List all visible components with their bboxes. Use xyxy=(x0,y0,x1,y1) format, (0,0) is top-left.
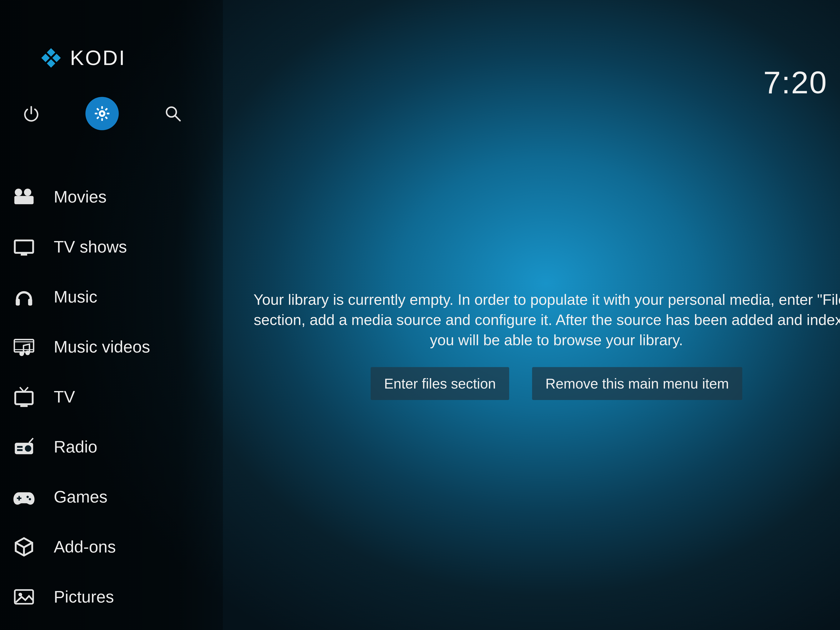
empty-library-actions: Enter files section Remove this main men… xyxy=(248,367,840,400)
sidebar-item-tv[interactable]: TV xyxy=(0,372,223,422)
svg-rect-12 xyxy=(96,108,99,111)
svg-rect-13 xyxy=(105,116,108,119)
svg-rect-2 xyxy=(41,54,50,62)
sidebar-item-music[interactable]: Music xyxy=(0,272,223,322)
sidebar-item-addons[interactable]: Add-ons xyxy=(0,522,223,572)
app-name: KODI xyxy=(70,46,126,70)
svg-rect-0 xyxy=(47,48,55,57)
pictures-icon xyxy=(8,586,39,608)
search-button[interactable] xyxy=(156,97,189,130)
music-videos-icon xyxy=(8,335,39,358)
svg-rect-38 xyxy=(17,497,22,499)
svg-rect-7 xyxy=(101,118,103,121)
main-menu: Movies TV shows Music xyxy=(0,172,223,622)
svg-rect-3 xyxy=(47,59,55,68)
tv-icon xyxy=(8,385,39,408)
svg-rect-34 xyxy=(17,446,22,448)
app-logo: KODI xyxy=(0,46,223,70)
addons-icon xyxy=(8,535,39,558)
svg-point-33 xyxy=(25,445,31,452)
games-icon xyxy=(8,485,39,508)
sidebar-item-label: Music videos xyxy=(54,337,150,357)
music-icon xyxy=(8,286,39,308)
sidebar: KODI xyxy=(0,0,223,630)
svg-point-44 xyxy=(19,593,22,597)
svg-point-17 xyxy=(24,188,31,196)
sidebar-item-label: Games xyxy=(54,487,107,507)
svg-rect-8 xyxy=(95,113,98,114)
sidebar-item-games[interactable]: Games xyxy=(0,472,223,522)
clock: 7:20 xyxy=(763,65,827,101)
svg-rect-10 xyxy=(105,108,108,111)
svg-rect-22 xyxy=(28,299,32,306)
svg-point-16 xyxy=(15,188,22,196)
svg-rect-11 xyxy=(96,116,99,119)
enter-files-button[interactable]: Enter files section xyxy=(371,367,509,400)
svg-line-15 xyxy=(175,116,180,121)
svg-line-36 xyxy=(29,438,33,443)
sidebar-item-pictures[interactable]: Pictures xyxy=(0,572,223,622)
svg-rect-35 xyxy=(17,449,22,451)
svg-rect-18 xyxy=(14,196,33,204)
svg-point-39 xyxy=(27,496,29,498)
sidebar-item-label: Pictures xyxy=(54,587,114,606)
sidebar-toolbar xyxy=(0,97,223,130)
tv-shows-icon xyxy=(8,235,39,258)
svg-rect-9 xyxy=(107,113,109,114)
movies-icon xyxy=(8,185,39,208)
sidebar-item-label: TV shows xyxy=(54,237,127,256)
sidebar-item-label: TV xyxy=(54,387,75,406)
kodi-home-screen: KODI xyxy=(0,0,840,630)
svg-rect-21 xyxy=(16,299,20,306)
svg-rect-1 xyxy=(52,54,61,62)
svg-rect-20 xyxy=(21,254,27,256)
remove-menu-item-button[interactable]: Remove this main menu item xyxy=(532,367,742,400)
sidebar-item-music-videos[interactable]: Music videos xyxy=(0,322,223,372)
svg-rect-19 xyxy=(15,240,33,253)
svg-rect-31 xyxy=(20,405,27,407)
empty-library-message: Your library is currently empty. In orde… xyxy=(248,290,840,351)
sidebar-item-radio[interactable]: Radio xyxy=(0,422,223,472)
sidebar-item-tv-shows[interactable]: TV shows xyxy=(0,222,223,272)
power-button[interactable] xyxy=(14,97,48,130)
svg-point-40 xyxy=(29,498,31,501)
sidebar-item-label: Movies xyxy=(54,187,106,207)
settings-button[interactable] xyxy=(85,97,119,130)
empty-library-panel: Your library is currently empty. In orde… xyxy=(248,290,840,400)
sidebar-item-label: Add-ons xyxy=(54,537,116,556)
sidebar-item-movies[interactable]: Movies xyxy=(0,172,223,222)
sidebar-item-label: Radio xyxy=(54,437,97,456)
content-area: 7:20 Your library is currently empty. In… xyxy=(223,0,840,630)
kodi-logo-icon xyxy=(39,46,63,69)
radio-icon xyxy=(8,436,39,458)
svg-rect-30 xyxy=(15,392,33,404)
svg-rect-6 xyxy=(101,106,103,109)
sidebar-item-label: Music xyxy=(54,287,97,306)
